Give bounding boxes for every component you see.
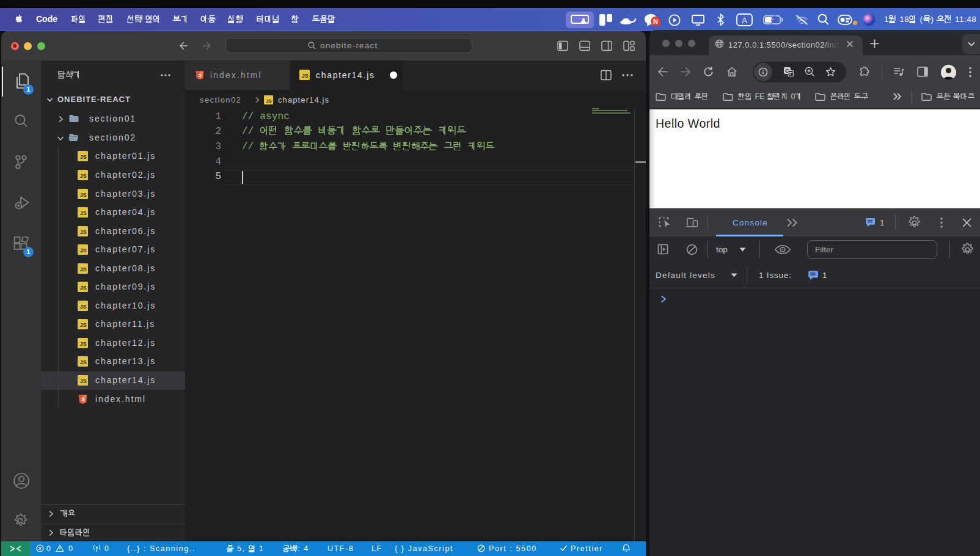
svg-text:JS: JS [80,173,87,179]
svg-text:N: N [653,18,658,25]
svg-text:JS: JS [80,378,87,384]
svg-text:JS: JS [302,73,309,79]
svg-text:JS: JS [80,285,87,291]
svg-text:JS: JS [80,155,87,161]
svg-text:5: 5 [199,73,201,78]
svg-text:JS: JS [80,229,87,235]
svg-text:JS: JS [266,98,272,104]
svg-text:JS: JS [80,248,87,254]
svg-text:A: A [742,16,747,25]
svg-text:5: 5 [81,397,84,402]
svg-text:JS: JS [80,210,87,216]
svg-text:JS: JS [80,266,87,273]
svg-text:JS: JS [80,323,87,329]
svg-text:JS: JS [80,304,87,310]
svg-text:JS: JS [80,341,87,347]
svg-text:JS: JS [80,360,87,366]
svg-text:JS: JS [80,192,87,198]
